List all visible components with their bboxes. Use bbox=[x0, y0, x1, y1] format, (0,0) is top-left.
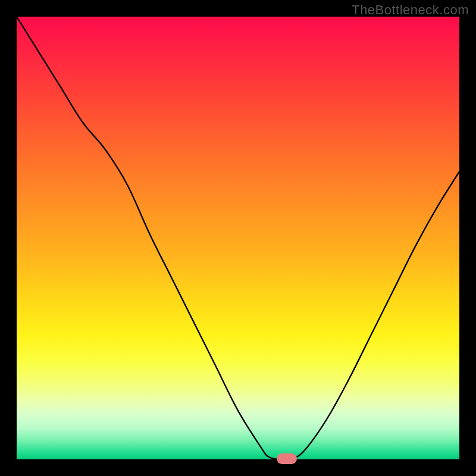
chart-frame: TheBottleneck.com bbox=[0, 0, 476, 476]
watermark-text: TheBottleneck.com bbox=[352, 2, 469, 18]
optimal-marker bbox=[277, 453, 297, 464]
bottleneck-curve bbox=[17, 17, 459, 459]
plot-area bbox=[17, 17, 459, 459]
